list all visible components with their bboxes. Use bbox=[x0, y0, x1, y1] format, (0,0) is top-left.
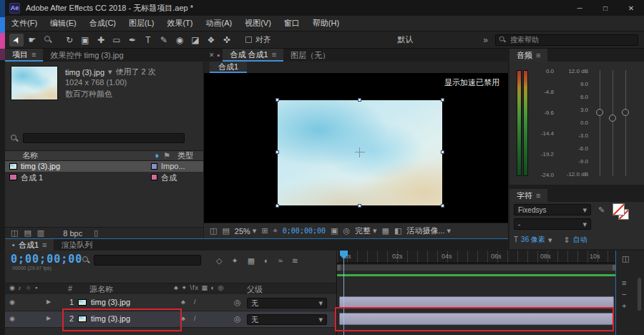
frame-blend-icon[interactable]: ◐ bbox=[264, 257, 269, 265]
snapshot-icon[interactable]: ▣ bbox=[331, 227, 338, 235]
selection-tool-icon[interactable]: ➤ bbox=[9, 34, 24, 47]
motion-blur-icon[interactable]: ≈ bbox=[278, 257, 283, 265]
pan-behind-tool-icon[interactable]: ✚ bbox=[94, 34, 108, 47]
track-menu-icon[interactable]: ≡ bbox=[622, 279, 626, 287]
selection-handle[interactable] bbox=[358, 204, 361, 208]
font-style-select[interactable]: - ▾ bbox=[514, 218, 591, 230]
panel-menu-icon[interactable]: ≡ bbox=[31, 51, 36, 59]
pen-tool-icon[interactable]: ✒ bbox=[125, 34, 140, 47]
chevron-down-icon[interactable]: ▾ bbox=[108, 68, 112, 76]
audio-slider-knob-right[interactable] bbox=[622, 109, 629, 116]
view-selector[interactable]: 活动摄像... ▾ bbox=[406, 225, 451, 236]
show-channels-icon[interactable]: ◎ bbox=[343, 227, 350, 235]
clone-stamp-tool-icon[interactable]: ◉ bbox=[172, 34, 187, 47]
viewer-timecode[interactable]: 0;00;00;00 bbox=[283, 227, 326, 235]
zoom-out-icon[interactable]: − bbox=[622, 291, 626, 298]
orbit-tool-icon[interactable]: ↻ bbox=[62, 34, 77, 47]
effect-switch-icon[interactable]: / bbox=[194, 316, 196, 322]
magnification-selector[interactable]: 25% ▾ bbox=[235, 227, 257, 236]
parent-select[interactable]: 无 ▾ bbox=[247, 298, 327, 309]
audio-slider-knob-both[interactable] bbox=[609, 115, 616, 122]
tab-layer[interactable]: 图层（无） bbox=[283, 49, 337, 62]
snap-toggle[interactable]: 对齐 bbox=[245, 34, 271, 45]
eraser-tool-icon[interactable]: ◪ bbox=[188, 34, 203, 47]
draft-3d-icon[interactable]: ✦ bbox=[231, 257, 238, 265]
work-area-start-handle[interactable] bbox=[337, 265, 341, 271]
resolution-selector[interactable]: 完整 ▾ bbox=[355, 225, 377, 236]
menu-layer[interactable]: 图层(L) bbox=[122, 16, 160, 31]
anchor-point-icon[interactable] bbox=[355, 147, 365, 157]
minimize-button[interactable]: ─ bbox=[567, 0, 592, 16]
fill-color-swatch[interactable] bbox=[613, 203, 625, 215]
help-search[interactable] bbox=[495, 34, 638, 46]
column-type[interactable]: 类型 bbox=[177, 150, 193, 161]
type-tool-icon[interactable]: T bbox=[141, 34, 155, 47]
eyedropper-icon[interactable]: ✎ bbox=[598, 206, 605, 214]
layer-source-name[interactable]: timg (3).jpg bbox=[91, 298, 130, 306]
selection-handle[interactable] bbox=[441, 150, 444, 154]
maximize-button[interactable]: □ bbox=[592, 0, 618, 16]
eye-icon[interactable]: ◉ bbox=[9, 316, 15, 322]
footage-label-swatch[interactable] bbox=[151, 163, 157, 170]
eye-icon[interactable]: ◉ bbox=[9, 299, 15, 306]
fast-previews-icon[interactable]: ▦ bbox=[382, 227, 389, 235]
menu-view[interactable]: 视图(V) bbox=[238, 16, 278, 31]
audio-slider-track-both[interactable] bbox=[613, 70, 613, 176]
project-bit-depth[interactable]: 8 bpc bbox=[63, 229, 82, 238]
shape-tool-icon[interactable]: ▭ bbox=[109, 34, 124, 47]
camera-tool-icon[interactable]: ▣ bbox=[78, 34, 92, 47]
workspace-overflow-icon[interactable]: » bbox=[483, 36, 488, 44]
selection-handle[interactable] bbox=[441, 204, 444, 208]
canvas-image[interactable] bbox=[278, 100, 442, 205]
region-of-interest-icon[interactable]: ⊞ bbox=[261, 227, 268, 235]
pixel-aspect-icon[interactable]: ▤ bbox=[222, 227, 229, 235]
time-ruler[interactable]: 0s 02s 04s 06s 08s 10s bbox=[337, 251, 616, 263]
panel-menu-icon[interactable]: ≡ bbox=[536, 192, 540, 200]
tab-project[interactable]: 项目 ≡ bbox=[5, 49, 43, 62]
comp-flowchart-icon[interactable]: ◇ bbox=[216, 257, 222, 265]
menu-composition[interactable]: 合成(C) bbox=[83, 16, 122, 31]
selection-handle[interactable] bbox=[275, 98, 279, 102]
tab-render-queue[interactable]: 渲染队列 bbox=[54, 239, 99, 251]
hand-tool-icon[interactable]: ☛ bbox=[25, 34, 39, 47]
timeline-search-input[interactable] bbox=[94, 255, 201, 266]
column-number[interactable]: # bbox=[68, 284, 72, 293]
lock-column-icon[interactable]: ▪ bbox=[35, 285, 37, 291]
chevron-down-icon[interactable]: ▾ bbox=[548, 236, 552, 244]
brush-tool-icon[interactable]: ✎ bbox=[157, 34, 171, 47]
tab-character[interactable]: 字符 ≡ bbox=[509, 189, 547, 202]
expand-arrow-icon[interactable]: ▶ bbox=[47, 299, 51, 305]
panel-menu-icon[interactable]: ≡ bbox=[42, 241, 47, 249]
column-source-name[interactable]: 源名称 bbox=[89, 284, 113, 295]
panel-menu-icon[interactable]: ≡ bbox=[536, 52, 540, 59]
pickwhip-icon[interactable]: ◎ bbox=[234, 298, 241, 306]
transparency-grid-icon[interactable]: ◧ bbox=[394, 227, 401, 235]
comp-label-swatch[interactable] bbox=[151, 174, 157, 180]
comp-minitab[interactable]: 合成1 bbox=[210, 62, 247, 73]
flag-column-icon[interactable]: ⚑ bbox=[163, 152, 170, 160]
leading-value[interactable]: 自动 bbox=[573, 235, 587, 245]
grid-guides-icon[interactable]: ⌖ bbox=[273, 227, 278, 235]
workspace-selector[interactable]: 默认 bbox=[397, 34, 413, 45]
audio-slider-track-left[interactable] bbox=[600, 70, 600, 176]
tab-composition[interactable]: 合成 合成1 ≡ bbox=[223, 49, 283, 62]
quality-switch-icon[interactable]: ♣ bbox=[181, 299, 185, 306]
interpret-footage-icon[interactable]: ◫ bbox=[11, 229, 18, 237]
project-row-footage[interactable]: timg (3).jpg Impo... bbox=[5, 161, 203, 172]
column-name[interactable]: 名称 bbox=[22, 150, 38, 161]
panel-options-icon[interactable]: ◫ bbox=[622, 255, 629, 263]
solo-column-icon[interactable]: ○ bbox=[26, 285, 30, 291]
column-parent[interactable]: 父级 bbox=[247, 284, 263, 295]
new-folder-icon[interactable]: ▤ bbox=[24, 229, 31, 237]
expand-arrow-icon[interactable]: ▶ bbox=[47, 316, 51, 321]
font-family-select[interactable]: Fixedsys ▾ bbox=[514, 204, 591, 215]
zoom-in-icon[interactable]: + bbox=[622, 302, 626, 310]
menu-animation[interactable]: 动画(A) bbox=[200, 16, 239, 31]
zoom-tool-icon[interactable] bbox=[41, 34, 55, 47]
label-column-icon[interactable]: ♦ bbox=[155, 152, 160, 160]
menu-window[interactable]: 窗口 bbox=[278, 16, 306, 31]
menu-help[interactable]: 帮助(H) bbox=[306, 16, 346, 31]
close-button[interactable]: ✕ bbox=[618, 0, 644, 16]
audio-slider-knob-left[interactable] bbox=[596, 109, 603, 116]
selection-handle[interactable] bbox=[441, 98, 444, 102]
